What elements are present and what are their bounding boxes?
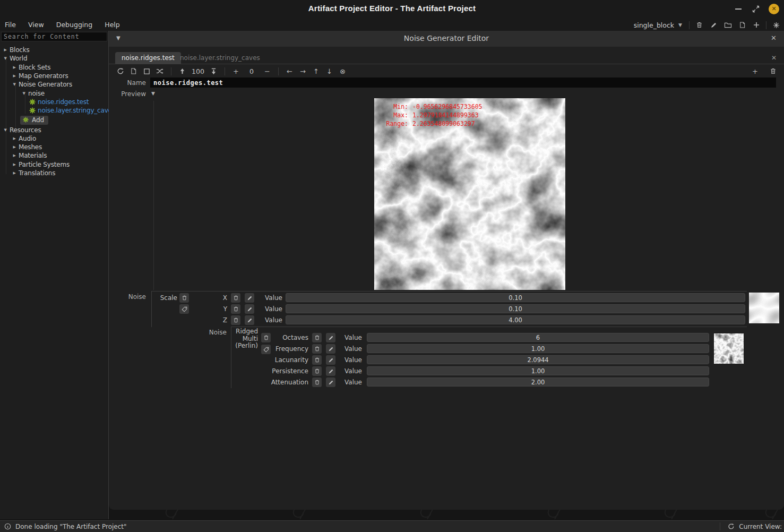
sidebar-item-map-generators[interactable]: ▶ Map Generators xyxy=(0,72,109,80)
sidebar-item-noise-generators[interactable]: ▼ Noise Generators xyxy=(0,80,109,89)
seed-value[interactable]: 0 xyxy=(243,66,261,76)
sidebar-item-block-sets[interactable]: ▶ Block Sets xyxy=(0,63,109,72)
close-button[interactable]: ✕ xyxy=(769,4,779,14)
persistence-delete-button[interactable] xyxy=(312,366,322,376)
tab-close-icon[interactable]: ✕ xyxy=(771,54,777,62)
frequency-delete-button[interactable] xyxy=(312,344,322,354)
sidebar-item-particle-systems[interactable]: ▶ Particle Systems xyxy=(0,160,109,169)
block-select-dropdown[interactable]: single_block ▼ xyxy=(634,21,684,29)
octaves-edit-button[interactable] xyxy=(326,333,335,342)
frequency-edit-button[interactable] xyxy=(326,344,335,354)
name-input[interactable] xyxy=(150,78,776,88)
export-preview-button[interactable] xyxy=(127,66,140,76)
scale-preview-thumbnail[interactable] xyxy=(749,293,779,323)
randomize-button[interactable] xyxy=(153,66,167,76)
tab-noise-layer-stringy-caves[interactable]: noise.layer.stringy_caves xyxy=(174,52,266,64)
chevron-right-icon[interactable]: ▶ xyxy=(12,153,17,158)
y-value-input[interactable] xyxy=(286,304,745,313)
octaves-delete-button[interactable] xyxy=(312,333,322,342)
panel-close-icon[interactable]: ✕ xyxy=(771,34,777,42)
chevron-down-icon[interactable]: ▼ xyxy=(12,82,17,87)
noise-type-label: Ridged Multi (Perlin) xyxy=(232,328,258,350)
x-value-input[interactable] xyxy=(286,293,745,302)
z-delete-button[interactable] xyxy=(231,315,240,325)
preview-region-button[interactable] xyxy=(140,66,153,76)
menu-file[interactable]: File xyxy=(0,19,21,29)
sidebar-item-meshes[interactable]: ▶ Meshes xyxy=(0,143,109,151)
y-delete-button[interactable] xyxy=(231,304,240,314)
scale-tag-button[interactable] xyxy=(179,304,189,314)
sidebar-item-noise-folder[interactable]: ▼ noise xyxy=(0,89,109,97)
sidebar-item-materials[interactable]: ▶ Materials xyxy=(0,151,109,160)
sidebar-item-noise-ridges-test[interactable]: noise.ridges.test xyxy=(0,98,109,106)
delete-generator-button[interactable] xyxy=(766,66,780,76)
settings-button[interactable] xyxy=(771,21,781,29)
save-block-button[interactable] xyxy=(737,21,747,29)
sidebar-item-world[interactable]: ▼ World xyxy=(0,54,109,63)
menu-view[interactable]: View xyxy=(23,19,49,29)
seed-increase-button[interactable]: + xyxy=(229,66,243,76)
chevron-right-icon[interactable]: ▶ xyxy=(12,145,17,149)
pan-up-button[interactable]: ↑ xyxy=(309,66,323,76)
search-input[interactable] xyxy=(1,32,107,41)
preview-collapse-icon[interactable]: ▼ xyxy=(151,91,155,96)
restore-button[interactable] xyxy=(752,5,760,13)
x-edit-button[interactable] xyxy=(245,293,254,303)
chevron-right-icon[interactable]: ▶ xyxy=(12,171,17,175)
menu-help[interactable]: Help xyxy=(100,19,125,29)
persistence-edit-button[interactable] xyxy=(326,366,335,376)
attenuation-label: Attenuation xyxy=(255,379,308,386)
scale-delete-button[interactable] xyxy=(179,293,189,303)
chevron-right-icon[interactable]: ▶ xyxy=(12,65,17,70)
refresh-preview-button[interactable] xyxy=(114,66,127,76)
add-layer-button[interactable]: + xyxy=(748,66,762,76)
tree-label: Noise Generators xyxy=(17,81,72,88)
persistence-value-input[interactable] xyxy=(367,366,709,375)
edit-block-button[interactable] xyxy=(709,21,718,29)
z-value-input[interactable] xyxy=(286,315,745,324)
minimize-button[interactable] xyxy=(735,8,742,10)
attenuation-delete-button[interactable] xyxy=(312,377,322,387)
lacunarity-delete-button[interactable] xyxy=(312,355,322,365)
sidebar-item-noise-layer-stringy-caves[interactable]: noise.layer.stringy_caves xyxy=(0,106,109,115)
refresh-icon[interactable] xyxy=(728,523,735,530)
seed-decrease-button[interactable]: − xyxy=(261,66,274,76)
sidebar-item-resources[interactable]: ▼ Resources xyxy=(0,125,109,134)
noise-preview-image[interactable]: Min: -0.9656296845733605 Max: 1.29791841… xyxy=(374,98,565,290)
frequency-value-input[interactable] xyxy=(367,344,709,353)
sidebar-item-audio[interactable]: ▶ Audio xyxy=(0,134,109,143)
zoom-decrease-button[interactable] xyxy=(207,66,220,76)
chevron-right-icon[interactable]: ▶ xyxy=(12,162,17,167)
delete-block-button[interactable] xyxy=(694,21,704,29)
chevron-right-icon[interactable]: ▶ xyxy=(12,74,17,78)
chevron-right-icon[interactable]: ▶ xyxy=(12,136,17,141)
add-noise-generator-button[interactable]: Add xyxy=(20,116,48,125)
pan-down-button[interactable]: ↓ xyxy=(323,66,336,76)
menu-debugging[interactable]: Debugging xyxy=(51,19,97,29)
x-delete-button[interactable] xyxy=(231,293,240,303)
lacunarity-edit-button[interactable] xyxy=(326,355,335,365)
pan-left-button[interactable]: ← xyxy=(283,66,296,76)
z-edit-button[interactable] xyxy=(245,315,254,325)
zoom-value[interactable]: 100 xyxy=(189,66,207,76)
attenuation-value-input[interactable] xyxy=(367,377,709,387)
lacunarity-value-input[interactable] xyxy=(367,355,709,364)
attenuation-edit-button[interactable] xyxy=(326,377,335,387)
ridged-preview-thumbnail[interactable] xyxy=(714,333,744,364)
chevron-right-icon[interactable]: ▶ xyxy=(3,48,8,52)
chevron-down-icon[interactable]: ▼ xyxy=(3,128,8,132)
restore-icon xyxy=(752,5,760,13)
pan-right-button[interactable]: → xyxy=(296,66,309,76)
tab-noise-ridges-test[interactable]: noise.ridges.test xyxy=(115,52,181,64)
chevron-down-icon[interactable]: ▼ xyxy=(21,91,27,96)
chevron-down-icon[interactable]: ▼ xyxy=(3,56,8,61)
octaves-value-input[interactable] xyxy=(367,333,709,342)
y-edit-button[interactable] xyxy=(245,304,254,314)
reset-pan-button[interactable]: ⊗ xyxy=(336,66,349,76)
sidebar-item-translations[interactable]: ▶ Translations xyxy=(0,169,109,177)
zoom-increase-button[interactable] xyxy=(176,66,189,76)
trash-icon xyxy=(696,21,703,29)
open-block-button[interactable] xyxy=(723,21,733,29)
add-block-button[interactable] xyxy=(752,21,761,29)
sidebar-item-blocks[interactable]: ▶ Blocks xyxy=(0,46,109,54)
